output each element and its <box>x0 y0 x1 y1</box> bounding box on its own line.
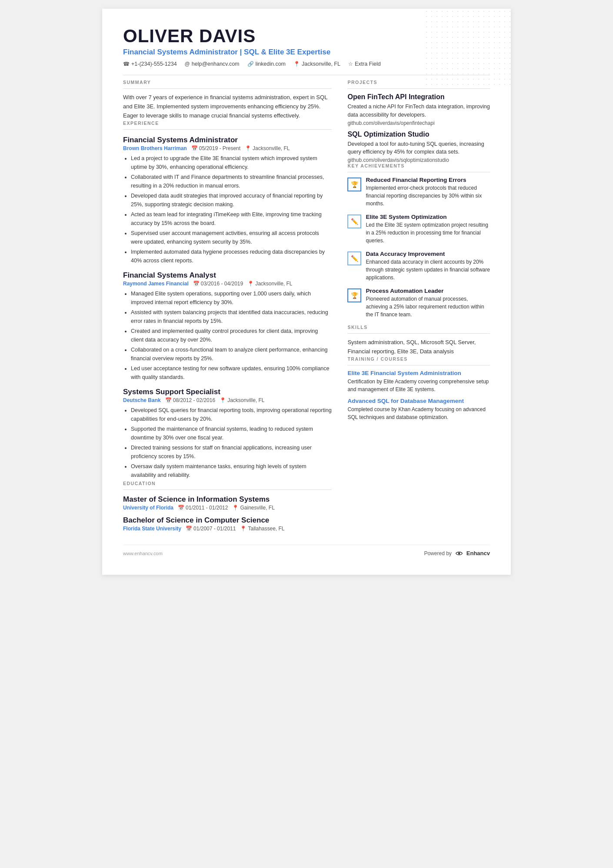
training-label: TRAINING / COURSES <box>347 356 490 362</box>
job-title-2: Financial Systems Analyst <box>123 271 332 280</box>
achievement-title-2: Elite 3E System Optimization <box>366 214 490 220</box>
trophy-icon-1: 🏆 <box>351 181 358 188</box>
projects-label: PROJECTS <box>347 80 490 85</box>
footer-website: www.enhancv.com <box>123 551 163 556</box>
degree-2: Bachelor of Science in Computer Science <box>123 516 332 525</box>
job-meta-2: Raymond James Financial 📅 03/2016 - 04/2… <box>123 281 332 287</box>
achievement-2: ✏️ Elite 3E System Optimization Led the … <box>347 214 490 245</box>
company-3: Deutsche Bank <box>123 397 161 403</box>
link-icon: 🔗 <box>247 61 254 67</box>
project-desc-1: Created a niche API for FinTech data int… <box>347 103 490 119</box>
training-divider <box>347 365 490 365</box>
job-bullets-3: Developed SQL queries for financial repo… <box>123 406 332 479</box>
pencil-icon-1: ✏️ <box>351 218 358 225</box>
edu-calendar-1: 📅 <box>178 505 184 511</box>
bullet-1-5: Supervised user account management activ… <box>131 229 332 246</box>
training-title-1: Elite 3E Financial System Administration <box>347 370 490 376</box>
company-1: Brown Brothers Harriman <box>123 145 187 151</box>
projects-section: PROJECTS Open FinTech API Integration Cr… <box>347 80 490 163</box>
email-contact: @ help@enhancv.com <box>185 61 240 67</box>
dates-3: 📅 08/2012 - 02/2016 <box>165 397 215 403</box>
pencil-icon-2: ✏️ <box>351 255 358 262</box>
location-1: 📍 Jacksonville, FL <box>245 145 290 151</box>
location-2: 📍 Jacksonville, FL <box>247 281 292 287</box>
job-bullets-2: Managed Elite system operations, support… <box>123 289 332 382</box>
project-link-2: github.com/oliverdavis/sqloptimizationst… <box>347 157 490 163</box>
achievement-1: 🏆 Reduced Financial Reporting Errors Imp… <box>347 177 490 208</box>
skills-section: SKILLS System administration, SQL, Micro… <box>347 325 490 356</box>
bullet-1-6: Implemented automated data hygiene proce… <box>131 248 332 265</box>
edu-loc-icon-2: 📍 <box>240 526 247 532</box>
achievement-4: 🏆 Process Automation Leader Pioneered au… <box>347 288 490 318</box>
edu-calendar-2: 📅 <box>186 526 192 532</box>
location-icon: 📍 <box>293 61 300 67</box>
phone-icon: ☎ <box>123 61 130 67</box>
degree-1: Master of Science in Information Systems <box>123 495 332 504</box>
bullet-2-1: Managed Elite system operations, support… <box>131 289 332 307</box>
bullet-2-2: Assisted with system balancing projects … <box>131 308 332 325</box>
achievements-divider <box>347 172 490 172</box>
summary-text: With over 7 years of experience in finan… <box>123 93 332 120</box>
header-section: OLIVER DAVIS Financial Systems Administr… <box>123 26 490 67</box>
achievement-desc-1: Implemented error-check protocols that r… <box>366 184 490 208</box>
contact-row: ☎ +1-(234)-555-1234 @ help@enhancv.com 🔗… <box>123 61 490 67</box>
extra-contact: ☆ Extra Field <box>348 61 381 67</box>
right-column: PROJECTS Open FinTech API Integration Cr… <box>347 80 490 531</box>
edu-loc-icon-1: 📍 <box>232 505 239 511</box>
left-column: SUMMARY With over 7 years of experience … <box>123 80 332 531</box>
education-divider <box>123 489 332 490</box>
calendar-icon-2: 📅 <box>193 281 200 287</box>
project-title-2: SQL Optimization Studio <box>347 131 490 138</box>
email-text: help@enhancv.com <box>192 61 240 67</box>
company-2: Raymond James Financial <box>123 281 189 287</box>
email-icon: @ <box>185 61 190 67</box>
bullet-3-2: Supported the maintenance of financial s… <box>131 425 332 442</box>
education-section: EDUCATION Master of Science in Informati… <box>123 481 332 532</box>
svg-point-0 <box>458 552 460 554</box>
candidate-name: OLIVER DAVIS <box>123 26 490 46</box>
experience-label: EXPERIENCE <box>123 121 332 126</box>
calendar-icon-1: 📅 <box>191 145 198 151</box>
achievement-desc-3: Enhanced data accuracy in client account… <box>366 258 490 282</box>
achievement-content-1: Reduced Financial Reporting Errors Imple… <box>366 177 490 208</box>
location-text: Jacksonville, FL <box>302 61 340 67</box>
phone-contact: ☎ +1-(234)-555-1234 <box>123 61 177 67</box>
skills-text: System administration, SQL, Microsoft SQ… <box>347 338 490 356</box>
bullet-1-1: Led a project to upgrade the Elite 3E fi… <box>131 154 332 171</box>
project-title-1: Open FinTech API Integration <box>347 93 490 101</box>
school-2: Florida State University <box>123 526 181 532</box>
school-1: University of Florida <box>123 505 173 511</box>
achievement-3: ✏️ Data Accuracy Improvement Enhanced da… <box>347 251 490 282</box>
skills-label: SKILLS <box>347 325 490 330</box>
location-3: 📍 Jacksonville, FL <box>220 397 264 403</box>
experience-divider <box>123 129 332 130</box>
edu-loc-2: 📍 Tallahassee, FL <box>240 526 284 532</box>
loc-icon-1: 📍 <box>245 145 251 151</box>
project-desc-2: Developed a tool for auto-tuning SQL que… <box>347 140 490 157</box>
location-contact: 📍 Jacksonville, FL <box>293 61 340 67</box>
bullet-2-3: Created and implemented quality control … <box>131 327 332 344</box>
training-desc-1: Certification by Elite Academy covering … <box>347 378 490 393</box>
achievement-desc-4: Pioneered automation of manual processes… <box>366 295 490 318</box>
training-title-2: Advanced SQL for Database Management <box>347 398 490 404</box>
bullet-2-4: Collaborated on a cross-functional team … <box>131 345 332 363</box>
achievement-title-3: Data Accuracy Improvement <box>366 251 490 257</box>
footer: www.enhancv.com Powered by Enhancv <box>123 545 490 557</box>
achievement-icon-box-3: ✏️ <box>347 251 361 265</box>
achievements-label: KEY ACHIEVEMENTS <box>347 163 490 168</box>
linkedin-contact: 🔗 linkedin.com <box>247 61 286 67</box>
bullet-3-3: Directed training sessions for staff on … <box>131 443 332 461</box>
edu-dates-1: 📅 01/2011 - 01/2012 <box>178 505 228 511</box>
edu-dates-2: 📅 01/2007 - 01/2011 <box>186 526 236 532</box>
job-title-3: Systems Support Specialist <box>123 388 332 396</box>
resume-container: OLIVER DAVIS Financial Systems Administr… <box>102 9 511 575</box>
brand-name: Enhancv <box>466 550 490 556</box>
edu-meta-1: University of Florida 📅 01/2011 - 01/201… <box>123 505 332 511</box>
bullet-1-3: Developed data audit strategies that imp… <box>131 191 332 209</box>
experience-section: EXPERIENCE Financial Systems Administrat… <box>123 121 332 479</box>
powered-by-text: Powered by <box>424 550 451 556</box>
dates-2: 📅 03/2016 - 04/2019 <box>193 281 243 287</box>
education-label: EDUCATION <box>123 481 332 486</box>
phone-text: +1-(234)-555-1234 <box>131 61 177 67</box>
summary-section: SUMMARY With over 7 years of experience … <box>123 80 332 120</box>
